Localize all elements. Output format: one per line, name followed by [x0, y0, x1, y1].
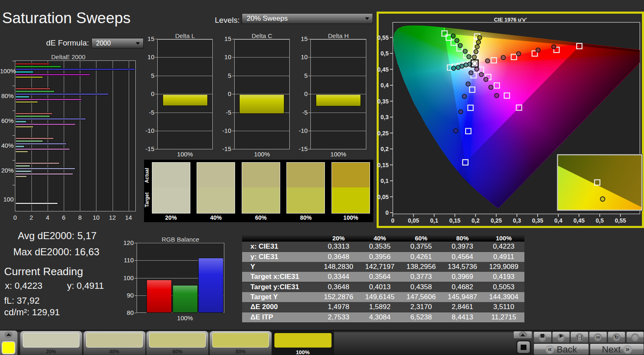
svg-text:0,15: 0,15	[449, 217, 460, 224]
svg-text:0,1: 0,1	[381, 178, 389, 184]
svg-text:0,25: 0,25	[377, 130, 389, 137]
svg-text:0,25: 0,25	[490, 217, 502, 224]
svg-text:0,55: 0,55	[377, 34, 389, 41]
svg-text:0,05: 0,05	[408, 217, 419, 224]
svg-text:0,5: 0,5	[381, 50, 389, 57]
svg-text:0,2: 0,2	[381, 146, 389, 152]
svg-text:0,5: 0,5	[596, 217, 604, 224]
svg-text:0,4: 0,4	[554, 217, 562, 224]
svg-text:0,35: 0,35	[377, 98, 389, 105]
svg-text:0,2: 0,2	[471, 217, 480, 224]
svg-text:0,1: 0,1	[430, 217, 438, 224]
svg-text:0,4: 0,4	[381, 82, 389, 89]
svg-text:0,35: 0,35	[532, 217, 543, 224]
svg-text:0: 0	[391, 217, 394, 224]
svg-text:0,15: 0,15	[377, 162, 389, 168]
svg-text:0,45: 0,45	[573, 217, 584, 224]
svg-text:0: 0	[385, 209, 389, 216]
svg-text:0,55: 0,55	[615, 217, 626, 224]
svg-text:0,45: 0,45	[377, 66, 389, 73]
svg-text:0,3: 0,3	[513, 217, 521, 224]
svg-text:0,05: 0,05	[377, 194, 389, 200]
svg-text:0,3: 0,3	[381, 114, 389, 120]
